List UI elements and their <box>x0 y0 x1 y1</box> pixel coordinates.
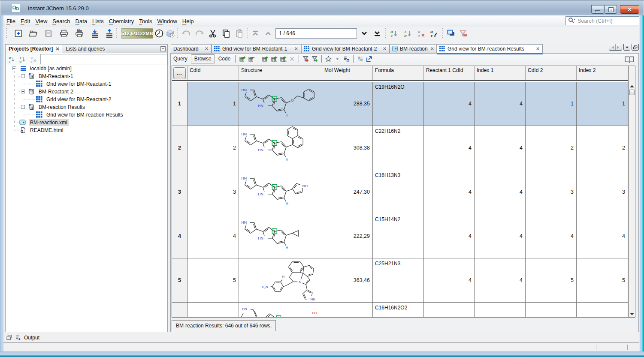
grid-row[interactable]: 44 4 HN HN H222,29C15H14N24444 <box>172 214 628 258</box>
cell-reactant1-cdid[interactable] <box>424 303 475 318</box>
tab-close-icon[interactable] <box>430 47 434 51</box>
tree-item[interactable]: BM-Reactant-1 <box>6 72 167 80</box>
cell-index1[interactable]: 4 <box>475 170 526 214</box>
add-row-ab-button[interactable]: a+b <box>278 54 287 63</box>
clear-sort-button[interactable]: az <box>415 28 426 39</box>
cell-mol-weight[interactable] <box>322 303 373 318</box>
menu-edit[interactable]: Edit <box>18 16 33 26</box>
grid-row[interactable]: 11 4 HN HN H O288,35C19H16N2O4411 <box>172 82 628 126</box>
cell-reactant1-cdid[interactable]: 4 <box>424 126 475 170</box>
design-form-button[interactable] <box>365 54 374 63</box>
cut-button[interactable] <box>207 28 218 39</box>
cell-cdid2[interactable]: 5 <box>526 258 577 303</box>
float-window-icon[interactable] <box>6 335 12 341</box>
window-titlebar[interactable]: Instant JChem 15.6.29.0 ✕ <box>0 0 644 15</box>
cell-index1[interactable] <box>475 303 526 318</box>
cell-index2[interactable]: 4 <box>577 214 628 258</box>
cell-cdid2[interactable]: 4 <box>526 214 577 258</box>
sort-ascending-button[interactable]: az <box>388 28 399 39</box>
grid-row[interactable]: 4 HN OHC16H16N2O2 <box>172 303 628 318</box>
minimize-button[interactable] <box>591 5 604 14</box>
cell-index1[interactable]: 4 <box>475 126 526 170</box>
cell-structure[interactable]: 4 HN HN H <box>239 214 322 258</box>
menu-window[interactable]: Window <box>155 16 180 26</box>
cell-index2[interactable]: 3 <box>577 170 628 214</box>
cell-reactant1-cdid[interactable]: 4 <box>424 82 475 126</box>
delete-row-button[interactable] <box>247 54 256 63</box>
apply-filter-button[interactable] <box>301 54 310 63</box>
sort-descending-button[interactable]: za <box>402 28 413 39</box>
tab-projects[interactable]: Projects [Reactor]✕ <box>6 45 63 53</box>
open-button[interactable] <box>27 28 39 39</box>
column-header[interactable]: CdId 2 <box>526 66 577 80</box>
column-header[interactable]: Reactant 1 CdId <box>424 66 475 80</box>
cell-cdid[interactable]: 5 <box>187 258 239 303</box>
row-header[interactable]: 5 <box>172 258 187 303</box>
cell-cdid2[interactable] <box>526 303 577 318</box>
cell-cdid2[interactable]: 3 <box>526 170 577 214</box>
garbage-collect-button[interactable] <box>154 28 165 39</box>
insert-row-button[interactable] <box>260 54 269 63</box>
cell-index1[interactable]: 4 <box>475 258 526 303</box>
tree-expander-icon[interactable] <box>21 105 25 109</box>
doc-tab-4[interactable]: Grid view for BM-reaction Results <box>437 44 543 54</box>
cell-index2[interactable]: 2 <box>577 126 628 170</box>
tree-item-label[interactable]: localdb [as admin] <box>29 65 73 72</box>
tab-close-icon[interactable] <box>536 47 540 51</box>
close-button[interactable]: ✕ <box>620 5 639 14</box>
save-button[interactable] <box>43 28 54 39</box>
cell-formula[interactable]: C19H16N2O <box>373 82 424 126</box>
import-button[interactable] <box>89 28 100 39</box>
tree-item-label[interactable]: BM-reaction Results <box>37 104 86 111</box>
menu-lists[interactable]: Lists <box>90 16 106 26</box>
maximize-view-button[interactable] <box>632 44 639 51</box>
tree-item-label[interactable]: BM-reaction.xml <box>29 119 69 126</box>
doc-tab-2[interactable]: Grid view for BM-Reactant-2 <box>301 44 390 53</box>
tab-list-dropdown-button[interactable] <box>623 44 630 51</box>
cell-cdid[interactable]: 3 <box>187 170 239 214</box>
vertical-scrollbar[interactable] <box>628 66 635 317</box>
cell-cdid[interactable]: 4 <box>187 214 239 258</box>
column-header[interactable]: Mol Weight <box>322 66 373 80</box>
cell-index1[interactable]: 4 <box>475 214 526 258</box>
cell-mol-weight[interactable]: 288,35 <box>322 82 373 126</box>
row-header[interactable]: 2 <box>172 126 187 170</box>
cell-reactant1-cdid[interactable]: 4 <box>424 214 475 258</box>
code-mode-button[interactable]: Code <box>216 56 233 62</box>
menu-file[interactable]: File <box>4 16 18 26</box>
export-button[interactable] <box>104 28 115 39</box>
scroll-down-icon[interactable] <box>629 311 635 315</box>
cell-cdid[interactable]: 2 <box>187 126 239 170</box>
add-filter-button[interactable] <box>310 54 319 63</box>
tree-item-label[interactable]: BM-Reactant-1 <box>37 73 75 80</box>
first-row-button[interactable] <box>250 28 261 39</box>
filter-button[interactable] <box>458 28 469 39</box>
grid-corner-cell[interactable]: ... <box>172 66 187 80</box>
doc-tab-0[interactable]: Dashboard <box>171 44 212 53</box>
search-icon[interactable] <box>568 17 576 25</box>
tab-close-icon[interactable] <box>383 47 387 51</box>
column-header[interactable]: CdId <box>187 66 239 80</box>
cell-structure[interactable]: 4 HN HN H <box>239 126 322 170</box>
row-position-field[interactable]: 1 / 646 <box>275 28 357 39</box>
cell-structure[interactable]: 4 HN OH <box>239 303 322 318</box>
redo-button[interactable] <box>194 28 205 39</box>
menu-tools[interactable]: Tools <box>136 16 154 26</box>
print-button[interactable] <box>58 28 70 39</box>
tree-item-label[interactable]: Grid view for BM-Reactant-2 <box>45 96 112 103</box>
minimize-panel-icon[interactable] <box>160 46 166 51</box>
grid-row[interactable]: 22 4 HN HN H308,38C22H16N24422 <box>172 126 628 170</box>
row-header[interactable]: 4 <box>172 214 187 258</box>
cell-structure[interactable]: 4 HN HN H NH <box>239 170 322 214</box>
bookmark-button[interactable] <box>624 55 635 63</box>
column-chooser-button[interactable]: ... <box>173 67 186 79</box>
grid-row[interactable]: 55 N NH H H2N363,46C25H21N34455 <box>172 258 628 303</box>
advanced-sort-button[interactable]: az <box>428 28 439 39</box>
cell-structure[interactable]: 4 HN HN H O <box>239 82 322 126</box>
tree-expander-icon[interactable] <box>12 66 16 70</box>
tree-item[interactable]: BM-reaction.xml <box>6 119 167 126</box>
tree-item-label[interactable]: Grid view for BM-Reactant-1 <box>45 81 112 87</box>
menu-view[interactable]: View <box>33 16 50 26</box>
cell-cdid[interactable] <box>187 303 239 318</box>
tree-item[interactable]: Grid view for BM-Reactant-2 <box>6 96 167 103</box>
